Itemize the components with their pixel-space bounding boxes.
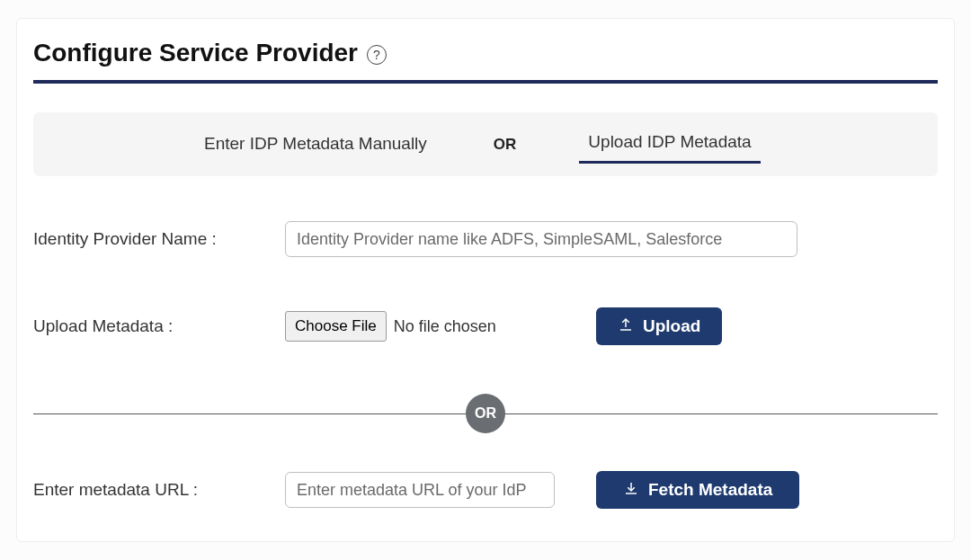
divider-or-badge: OR [466,394,505,433]
upload-metadata-row: Upload Metadata : Choose File No file ch… [33,307,938,345]
file-area: Choose File No file chosen [285,311,591,342]
upload-icon [618,316,634,337]
fetch-metadata-button-label: Fetch Metadata [648,480,772,500]
page-title: Configure Service Provider [33,39,358,67]
divider-line-left [33,413,486,414]
metadata-url-row: Enter metadata URL : Fetch Metadata [33,471,938,509]
fetch-metadata-button[interactable]: Fetch Metadata [596,471,799,509]
idp-name-label: Identity Provider Name : [33,229,285,249]
title-row: Configure Service Provider ? [33,39,938,84]
tabs-bar: Enter IDP Metadata Manually OR Upload ID… [33,112,938,176]
choose-file-button[interactable]: Choose File [285,311,387,342]
divider-line-right [486,413,938,414]
metadata-url-label: Enter metadata URL : [33,480,285,500]
tab-upload-metadata[interactable]: Upload IDP Metadata [579,125,760,164]
upload-button-label: Upload [643,316,700,336]
config-card: Configure Service Provider ? Enter IDP M… [16,18,955,542]
tabs-or-label: OR [494,136,517,154]
metadata-url-input[interactable] [285,472,555,508]
help-icon[interactable]: ? [367,45,387,65]
or-divider: OR [33,396,938,431]
upload-metadata-label: Upload Metadata : [33,316,285,336]
idp-name-input[interactable] [285,221,797,257]
file-status: No file chosen [394,317,496,336]
upload-button[interactable]: Upload [596,307,722,345]
download-icon [623,480,639,501]
idp-name-row: Identity Provider Name : [33,221,938,257]
tab-enter-manually[interactable]: Enter IDP Metadata Manually [195,127,436,163]
